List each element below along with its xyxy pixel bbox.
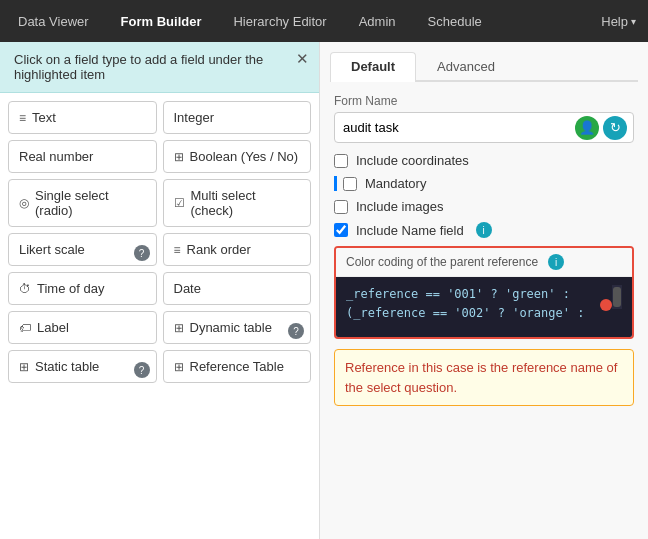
form-name-input[interactable] [335,113,575,142]
field-single-select[interactable]: ◎ Single select (radio) [8,179,157,227]
nav-hierarchy-editor[interactable]: Hierarchy Editor [227,10,332,33]
dynamic-table-icon: ⊞ [174,321,184,335]
field-multi-select-label: Multi select (check) [191,188,301,218]
text-icon: ≡ [19,111,26,125]
include-coordinates-label: Include coordinates [356,153,469,168]
include-coordinates-checkbox[interactable] [334,154,348,168]
field-time-label: Time of day [37,281,104,296]
field-likert[interactable]: Likert scale ? [8,233,157,266]
nav-data-viewer[interactable]: Data Viewer [12,10,95,33]
reference-note: Reference in this case is the reference … [334,349,634,406]
field-text-label: Text [32,110,56,125]
field-single-select-label: Single select (radio) [35,188,146,218]
field-date[interactable]: Date [163,272,312,305]
close-banner-button[interactable]: ✕ [296,50,309,68]
field-reference-table[interactable]: ⊞ Reference Table [163,350,312,383]
field-type-grid: ≡ Text Integer Real number ⊞ Boolean (Ye… [0,93,319,391]
checkbox-include-name-field: Include Name field i [334,222,634,238]
checkbox-include-coordinates: Include coordinates [334,153,634,168]
field-text[interactable]: ≡ Text [8,101,157,134]
color-coding-body: _reference == '001' ? 'green' : (_refere… [336,277,632,337]
include-images-checkbox[interactable] [334,200,348,214]
field-rank-order-label: Rank order [187,242,251,257]
code-scrollbar[interactable] [612,285,622,309]
field-static-table-label: Static table [35,359,99,374]
rank-order-icon: ≡ [174,243,181,257]
include-name-field-checkbox[interactable] [334,223,348,237]
tabs: Default Advanced [330,52,638,82]
person-icon-button[interactable]: 👤 [575,116,599,140]
field-date-label: Date [174,281,201,296]
field-boolean-label: Boolean (Yes / No) [190,149,299,164]
info-banner-text: Click on a field type to add a field und… [14,52,263,82]
reference-table-icon: ⊞ [174,360,184,374]
field-dynamic-table-label: Dynamic table [190,320,272,335]
right-panel: Default Advanced Form Name 👤 ↻ Include c… [320,42,648,539]
dynamic-table-help-icon[interactable]: ? [288,323,304,339]
include-images-label: Include images [356,199,443,214]
field-label[interactable]: 🏷 Label [8,311,157,344]
field-label-label: Label [37,320,69,335]
red-indicator-dot [600,299,612,311]
boolean-icon: ⊞ [174,150,184,164]
mandatory-checkbox[interactable] [343,177,357,191]
field-time-of-day[interactable]: ⏱ Time of day [8,272,157,305]
field-integer[interactable]: Integer [163,101,312,134]
field-integer-label: Integer [174,110,214,125]
tab-advanced[interactable]: Advanced [416,52,516,80]
nav-form-builder[interactable]: Form Builder [115,10,208,33]
main-layout: Click on a field type to add a field und… [0,42,648,539]
nav-help[interactable]: Help [601,14,636,29]
color-coding-info-icon[interactable]: i [548,254,564,270]
refresh-icon-button[interactable]: ↻ [603,116,627,140]
static-table-help-icon[interactable]: ? [134,362,150,378]
checkbox-include-images: Include images [334,199,634,214]
include-name-field-info-icon[interactable]: i [476,222,492,238]
mandatory-label: Mandatory [365,176,426,191]
form-name-label: Form Name [334,94,634,108]
form-input-icons: 👤 ↻ [575,116,633,140]
include-name-field-label: Include Name field [356,223,464,238]
nav-schedule[interactable]: Schedule [422,10,488,33]
static-table-icon: ⊞ [19,360,29,374]
field-real-number-label: Real number [19,149,93,164]
top-nav: Data Viewer Form Builder Hierarchy Edito… [0,0,648,42]
left-panel: Click on a field type to add a field und… [0,42,320,539]
code-scrollbar-thumb [613,287,621,307]
field-dynamic-table[interactable]: ⊞ Dynamic table ? [163,311,312,344]
field-boolean[interactable]: ⊞ Boolean (Yes / No) [163,140,312,173]
color-coding-box: Color coding of the parent reference i _… [334,246,634,339]
color-coding-code[interactable]: _reference == '001' ? 'green' : (_refere… [346,285,592,323]
label-icon: 🏷 [19,321,31,335]
time-icon: ⏱ [19,282,31,296]
color-coding-title: Color coding of the parent reference [346,255,538,269]
single-select-icon: ◎ [19,196,29,210]
multi-select-icon: ☑ [174,196,185,210]
nav-admin[interactable]: Admin [353,10,402,33]
color-coding-header: Color coding of the parent reference i [336,248,632,277]
field-real-number[interactable]: Real number [8,140,157,173]
field-likert-label: Likert scale [19,242,85,257]
tab-default[interactable]: Default [330,52,416,82]
info-banner: Click on a field type to add a field und… [0,42,319,93]
form-name-row: 👤 ↻ [334,112,634,143]
field-static-table[interactable]: ⊞ Static table ? [8,350,157,383]
field-multi-select[interactable]: ☑ Multi select (check) [163,179,312,227]
form-section: Form Name 👤 ↻ Include coordinates Mandat… [330,94,638,406]
likert-help-icon[interactable]: ? [134,245,150,261]
checkbox-mandatory-row: Mandatory [334,176,634,191]
field-rank-order[interactable]: ≡ Rank order [163,233,312,266]
field-reference-table-label: Reference Table [190,359,284,374]
